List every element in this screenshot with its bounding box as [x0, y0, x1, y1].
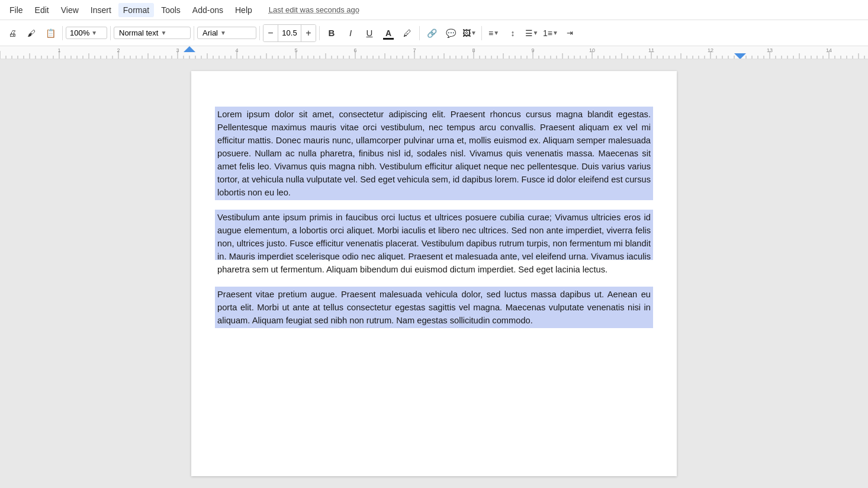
highlight-icon: 🖊 — [403, 28, 412, 38]
menu-view[interactable]: View — [56, 3, 83, 17]
align-button[interactable]: ≡ ▼ — [485, 24, 503, 42]
menu-file[interactable]: File — [5, 3, 28, 17]
svg-text:10: 10 — [589, 47, 595, 53]
document-page: Lorem ipsum dolor sit amet, consectetur … — [191, 71, 677, 476]
svg-text:4: 4 — [235, 47, 238, 53]
zoom-selector[interactable]: 100% ▼ — [66, 27, 107, 39]
numbered-list-button[interactable]: 1≡ ▼ — [542, 24, 560, 42]
menu-tools[interactable]: Tools — [156, 3, 185, 17]
underline-button[interactable]: U — [361, 24, 378, 42]
align-icon: ≡ — [488, 28, 493, 38]
indent-icon: ⇥ — [567, 28, 573, 37]
last-edit-status[interactable]: Last edit was seconds ago — [269, 5, 359, 14]
svg-text:9: 9 — [531, 47, 534, 53]
text-color-icon: A — [385, 28, 391, 38]
paint-format-button[interactable]: 🖌 — [22, 24, 40, 42]
menu-bar: File Edit View Insert Format Tools Add-o… — [0, 0, 868, 20]
svg-marker-163 — [734, 53, 746, 59]
menu-edit[interactable]: Edit — [30, 3, 54, 17]
font-size-decrease[interactable]: − — [263, 25, 278, 41]
image-icon: 🖼 — [462, 28, 471, 38]
menu-format[interactable]: Format — [118, 3, 154, 17]
text-color-button[interactable]: A — [380, 24, 397, 42]
separator-6 — [419, 26, 420, 40]
menu-addons[interactable]: Add-ons — [188, 3, 228, 17]
paragraph-3[interactable]: Praesent vitae pretium augue. Praesent m… — [215, 287, 653, 328]
svg-marker-162 — [184, 46, 195, 52]
svg-text:2: 2 — [117, 47, 120, 53]
toolbar: 🖨 🖌 📋 100% ▼ Normal text ▼ Arial ▼ − 10.… — [0, 20, 868, 46]
copy-format-button[interactable]: 📋 — [41, 24, 59, 42]
text-color-bar — [383, 38, 394, 40]
menu-insert[interactable]: Insert — [86, 3, 116, 17]
svg-text:1: 1 — [57, 47, 60, 53]
text-style-selector[interactable]: Normal text ▼ — [114, 27, 191, 39]
svg-text:6: 6 — [353, 47, 356, 53]
ruler-svg: 1234567891011121314 — [0, 46, 868, 59]
font-selector[interactable]: Arial ▼ — [197, 27, 256, 39]
svg-text:13: 13 — [767, 47, 773, 53]
bullet-list-button[interactable]: ☰ ▼ — [523, 24, 541, 42]
menu-help[interactable]: Help — [230, 3, 257, 17]
align-chevron: ▼ — [493, 30, 499, 36]
ruler: 1234567891011121314 — [0, 46, 868, 59]
separator-1 — [62, 26, 63, 40]
separator-7 — [481, 26, 482, 40]
zoom-chevron: ▼ — [91, 30, 97, 36]
comment-button[interactable]: 💬 — [442, 24, 459, 42]
font-value: Arial — [202, 28, 218, 37]
svg-text:7: 7 — [413, 47, 416, 53]
bullet-list-icon: ☰ — [525, 28, 533, 38]
separator-4 — [259, 26, 260, 40]
image-chevron: ▼ — [471, 30, 477, 36]
line-spacing-icon: ↕ — [511, 28, 515, 38]
style-chevron: ▼ — [160, 30, 166, 36]
numbered-chevron: ▼ — [552, 30, 558, 36]
separator-5 — [319, 26, 320, 40]
svg-text:14: 14 — [826, 47, 832, 53]
font-size-value[interactable]: 10.5 — [278, 25, 301, 41]
bold-button[interactable]: B — [323, 24, 340, 42]
svg-text:3: 3 — [176, 47, 179, 53]
font-size-increase[interactable]: + — [301, 25, 316, 41]
paragraph-2[interactable]: Vestibulum ante ipsum primis in faucibus… — [215, 210, 653, 277]
zoom-value: 100% — [70, 28, 89, 37]
svg-text:5: 5 — [294, 47, 297, 53]
font-size-control: − 10.5 + — [263, 24, 316, 42]
svg-text:11: 11 — [648, 47, 654, 53]
comment-icon: 💬 — [446, 28, 456, 38]
indent-button[interactable]: ⇥ — [561, 24, 578, 42]
numbered-list-icon: 1≡ — [543, 28, 552, 38]
document-area: Lorem ipsum dolor sit amet, consectetur … — [0, 59, 868, 488]
italic-button[interactable]: I — [342, 24, 359, 42]
paragraph-1[interactable]: Lorem ipsum dolor sit amet, consectetur … — [215, 107, 653, 200]
svg-text:8: 8 — [472, 47, 475, 53]
link-button[interactable]: 🔗 — [423, 24, 441, 42]
image-button[interactable]: 🖼 ▼ — [461, 24, 478, 42]
separator-3 — [194, 26, 194, 40]
line-spacing-button[interactable]: ↕ — [504, 24, 522, 42]
link-icon: 🔗 — [427, 28, 437, 38]
svg-text:12: 12 — [708, 47, 713, 53]
highlight-color-button[interactable]: 🖊 — [398, 24, 416, 42]
font-chevron: ▼ — [220, 30, 226, 36]
text-style-value: Normal text — [119, 28, 158, 37]
print-button[interactable]: 🖨 — [4, 24, 21, 42]
bullet-chevron: ▼ — [533, 30, 539, 36]
separator-2 — [110, 26, 111, 40]
